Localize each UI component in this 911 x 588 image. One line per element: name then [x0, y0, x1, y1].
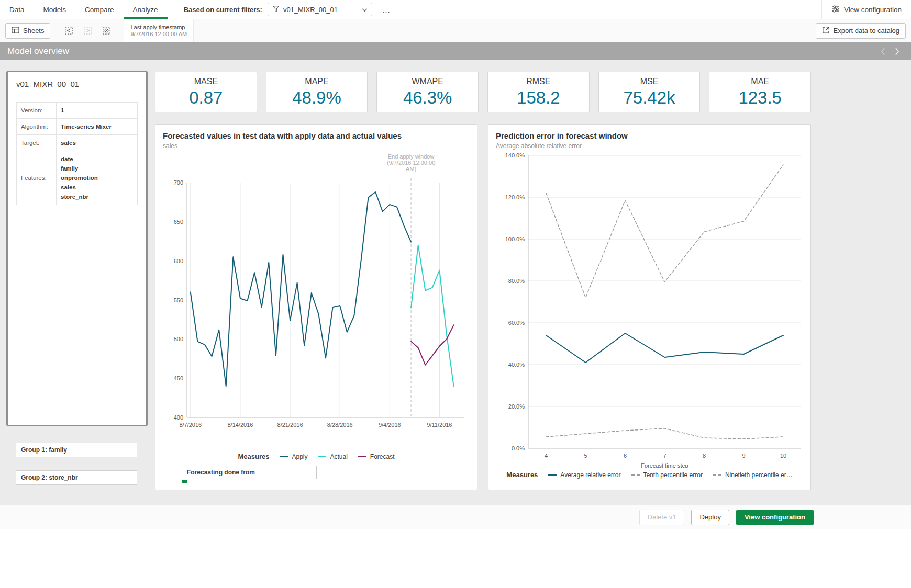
- svg-text:700: 700: [174, 179, 183, 186]
- tab-models[interactable]: Models: [34, 0, 76, 19]
- selections-back-icon[interactable]: [61, 23, 76, 39]
- filter-dropdown[interactable]: v01_MIXR_00_01: [268, 3, 372, 16]
- kpi-value: 158.2: [517, 88, 560, 108]
- forecast-chart-title: Forecasted values in test data with appl…: [163, 131, 470, 141]
- model-detail-label: Version:: [17, 103, 57, 119]
- chevron-left-icon[interactable]: [881, 48, 885, 55]
- model-detail-row: Features:datefamilyonpromotionsalesstore…: [17, 151, 138, 205]
- svg-text:AM): AM): [406, 166, 416, 172]
- nav-tabs: DataModelsCompareAnalyze: [0, 0, 168, 19]
- sheets-button[interactable]: Sheets: [5, 23, 50, 39]
- svg-text:600: 600: [174, 258, 183, 264]
- forecast-line-chart[interactable]: 4004505005506006507008/7/20168/14/20168/…: [163, 151, 471, 449]
- model-detail-label: Features:: [17, 151, 57, 205]
- legend-item[interactable]: Average relative error: [548, 471, 620, 479]
- svg-text:(9/7/2016 12:00:00: (9/7/2016 12:00:00: [387, 160, 435, 166]
- error-line-chart[interactable]: 0.0%20.0%40.0%60.0%80.0%100.0%120.0%140.…: [496, 151, 804, 468]
- export-icon: [822, 26, 830, 36]
- kpi-value: 0.87: [189, 88, 223, 108]
- model-detail-value: Time-series Mixer: [57, 119, 138, 135]
- model-title: v01_MIXR_00_01: [16, 80, 138, 88]
- model-detail-value: datefamilyonpromotionsalesstore_nbr: [57, 151, 138, 205]
- export-label: Export data to catalog: [834, 27, 899, 35]
- view-configuration-nav-button[interactable]: View configuration: [821, 0, 911, 19]
- forecast-legend-title: Measures: [238, 453, 269, 460]
- forecasting-done-from-box[interactable]: Forecasting done from: [182, 466, 317, 479]
- model-detail-label: Algorithm:: [17, 119, 57, 135]
- svg-text:120.0%: 120.0%: [505, 194, 525, 200]
- svg-text:80.0%: 80.0%: [508, 278, 525, 284]
- group-filter-1[interactable]: Group 1: family: [16, 443, 137, 457]
- deploy-button[interactable]: Deploy: [691, 510, 729, 525]
- kpi-card-mae[interactable]: MAE123.5: [709, 72, 811, 112]
- svg-text:8/28/2016: 8/28/2016: [327, 422, 353, 428]
- kpi-label: MAE: [751, 77, 769, 86]
- more-options-button[interactable]: ...: [377, 3, 395, 16]
- selection-toolbar: [61, 23, 114, 39]
- forecast-chart-subtitle: sales: [163, 142, 470, 150]
- chevron-down-icon: [362, 6, 368, 14]
- legend-swatch: [548, 474, 557, 476]
- legend-label: Apply: [292, 453, 307, 460]
- svg-text:8/7/2016: 8/7/2016: [179, 422, 202, 428]
- svg-text:400: 400: [174, 414, 183, 421]
- forecast-chart-card: Forecasted values in test data with appl…: [155, 124, 477, 490]
- delete-version-button[interactable]: Delete v1: [639, 510, 685, 525]
- kpi-card-wmape[interactable]: WMAPE46.3%: [376, 72, 479, 112]
- selections-forward-icon[interactable]: [80, 23, 95, 39]
- svg-text:550: 550: [174, 297, 183, 303]
- model-detail-value: 1: [57, 103, 138, 119]
- sheet-icon: [12, 27, 19, 35]
- legend-swatch: [713, 474, 721, 476]
- model-detail-label: Target:: [17, 135, 57, 151]
- error-legend: Measures Average relative errorTenth per…: [496, 471, 803, 479]
- group-filter-2[interactable]: Group 2: store_nbr: [16, 470, 137, 485]
- svg-text:10: 10: [780, 453, 786, 459]
- model-detail-value: sales: [57, 135, 138, 151]
- svg-text:8: 8: [703, 453, 706, 459]
- main-content: v01_MIXR_00_01 Version:1Algorithm:Time-s…: [0, 60, 911, 505]
- kpi-value: 75.42k: [623, 88, 675, 108]
- top-navbar: DataModelsCompareAnalyze Based on curren…: [0, 0, 911, 19]
- model-detail-row: Algorithm:Time-series Mixer: [17, 119, 138, 135]
- clear-selections-icon[interactable]: [98, 23, 114, 39]
- kpi-card-mase[interactable]: MASE0.87: [155, 72, 257, 112]
- forecast-legend: Measures ApplyActualForecast: [163, 453, 470, 460]
- tab-compare[interactable]: Compare: [75, 0, 124, 19]
- svg-text:650: 650: [174, 219, 183, 225]
- legend-label: Forecast: [370, 453, 395, 460]
- legend-item[interactable]: Tenth percentile error: [631, 471, 703, 479]
- svg-text:9/4/2016: 9/4/2016: [379, 422, 401, 428]
- tab-analyze[interactable]: Analyze: [124, 0, 168, 19]
- kpi-card-mape[interactable]: MAPE48.9%: [266, 72, 368, 112]
- svg-text:7: 7: [663, 453, 666, 459]
- svg-text:8/21/2016: 8/21/2016: [277, 422, 303, 428]
- svg-text:Forecast time step: Forecast time step: [641, 462, 688, 468]
- kpi-card-mse[interactable]: MSE75.42k: [598, 72, 701, 112]
- error-legend-title: Measures: [506, 471, 538, 479]
- view-configuration-button[interactable]: View configuration: [736, 510, 814, 525]
- legend-item[interactable]: Actual: [318, 453, 347, 460]
- legend-item[interactable]: Forecast: [358, 453, 395, 460]
- kpi-label: MSE: [640, 77, 659, 86]
- range-slider-handle[interactable]: [182, 480, 187, 483]
- error-chart-subtitle: Average absolute relative error: [496, 142, 803, 150]
- chevron-right-icon[interactable]: [895, 48, 899, 55]
- model-detail-table: Version:1Algorithm:Time-series MixerTarg…: [16, 102, 138, 205]
- model-card[interactable]: v01_MIXR_00_01 Version:1Algorithm:Time-s…: [6, 71, 148, 426]
- last-apply-label: Last apply timestamp: [130, 24, 187, 30]
- svg-text:5: 5: [584, 453, 587, 459]
- svg-text:60.0%: 60.0%: [508, 320, 525, 326]
- legend-item[interactable]: Apply: [280, 453, 307, 460]
- kpi-label: MAPE: [305, 77, 328, 86]
- model-detail-row: Target:sales: [17, 135, 138, 151]
- kpi-card-rmse[interactable]: RMSE158.2: [487, 72, 590, 112]
- kpi-label: WMAPE: [412, 77, 443, 86]
- legend-item[interactable]: Ninetieth percentile er…: [713, 471, 793, 479]
- view-configuration-nav-label: View configuration: [844, 6, 902, 14]
- page-title: Model overview: [7, 46, 69, 56]
- svg-text:40.0%: 40.0%: [508, 361, 525, 368]
- last-apply-value: 9/7/2016 12:00:00 AM: [130, 31, 187, 37]
- tab-data[interactable]: Data: [0, 0, 34, 19]
- export-data-button[interactable]: Export data to catalog: [816, 23, 906, 39]
